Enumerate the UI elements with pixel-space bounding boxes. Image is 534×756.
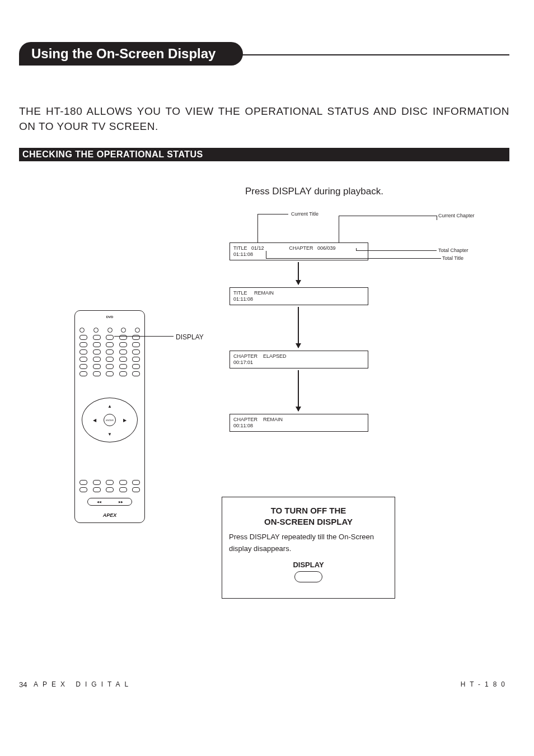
remote-btn [93,342,101,347]
osd1-line1: TITLE 01/12 CHAPTER 006/039 [233,245,364,251]
leader-current-title-h [257,214,288,214]
osd3-line1: CHAPTER ELAPSED [233,353,364,360]
remote-ff-icon: ▶▶ [119,500,123,503]
remote-btn [79,342,87,347]
remote-btn [93,364,101,369]
remote-right-icon: ▶ [123,418,127,423]
footer-brand: APEX DIGITAL [34,680,133,688]
remote-btn [93,335,101,340]
remote-control-illustration: DVD [74,310,145,523]
remote-btn [132,364,140,369]
remote-btn [106,480,114,485]
remote-btn [106,487,114,492]
remote-btn [119,487,127,492]
remote-button-grid [79,328,140,379]
remote-btn [119,364,127,369]
osd-box-1: TITLE 01/12 CHAPTER 006/039 01:11:08 [229,242,368,260]
label-current-title: Current Title [291,211,318,217]
section-heading-text: CHECKING THE OPERATIONAL STATUS [22,150,203,159]
leader-current-title-v [257,214,258,243]
remote-bottom-rows [79,480,140,494]
arrow-down-icon-3 [298,370,299,411]
remote-btn [93,480,101,485]
remote-btn [106,349,114,354]
arrow-down-icon-2 [298,307,299,348]
remote-nav-pad: ENTER ▲ ▼ ◀ ▶ [82,398,138,442]
arrow-down-icon-1 [298,262,299,284]
osd3-line2: 00:17:01 [233,360,364,366]
remote-btn [121,328,126,333]
remote-btn [135,328,140,333]
remote-btn [79,480,87,485]
remote-btn [79,357,87,362]
page-title-pill: Using the On-Screen Display [19,42,243,66]
osd-box-2: TITLE REMAIN 01:11:08 [229,287,368,305]
osd4-line2: 00:11:08 [233,423,364,429]
footer-model: HT-180 [461,680,509,688]
remote-btn [93,349,101,354]
remote-btn [132,342,140,347]
osd-box-3: CHAPTER ELAPSED 00:17:01 [229,351,368,368]
osd2-line1: TITLE REMAIN [233,290,364,296]
remote-btn [106,357,114,362]
remote-btn [119,357,127,362]
remote-btn [79,487,87,492]
remote-btn [93,487,101,492]
display-button-icon [294,571,322,582]
remote-btn [79,335,87,340]
remote-btn [119,342,127,347]
remote-btn [119,371,127,376]
remote-scan-pad: ◀◀ ▶▶ [87,498,132,506]
turnoff-heading-line2: ON-SCREEN DISPLAY [229,516,388,528]
remote-left-icon: ◀ [93,418,96,423]
callout-display-label: DISPLAY [176,333,204,341]
remote-dvd-label: DVD [106,315,114,319]
remote-btn [106,364,114,369]
osd1-line2: 01:11:08 [233,251,364,258]
intro-text: THE HT-180 ALLOWS YOU TO VIEW THE OPERAT… [19,104,509,134]
turnoff-heading: TO TURN OFF THE ON-SCREEN DISPLAY [229,505,388,527]
leader-current-chapter-v [339,216,339,243]
label-total-title: Total Title [442,255,463,261]
remote-btn [79,328,85,333]
remote-btn [132,487,140,492]
turnoff-body: Press DISPLAY repeatedly till the On-Scr… [229,531,388,555]
remote-logo: APEX [103,512,117,518]
remote-btn [106,335,114,340]
callout-line-display [114,336,174,337]
turnoff-button-label: DISPLAY [229,561,388,569]
leader-current-chapter-v2 [437,216,437,220]
remote-btn [79,371,87,376]
turnoff-heading-line1: TO TURN OFF THE [229,505,388,516]
footer-page-number: 34 [19,680,27,689]
osd-box-4: CHAPTER REMAIN 00:11:08 [229,414,368,432]
section-heading: CHECKING THE OPERATIONAL STATUS [19,148,509,161]
remote-btn [93,371,101,376]
remote-rew-icon: ◀◀ [97,500,101,503]
press-instruction: Press DISPLAY during playback. [245,186,383,197]
remote-up-icon: ▲ [107,404,112,409]
turnoff-box: TO TURN OFF THE ON-SCREEN DISPLAY Press … [222,497,395,599]
osd2-line2: 01:11:08 [233,296,364,302]
remote-btn [106,342,114,347]
remote-btn [119,349,127,354]
label-total-chapter: Total Chapter [438,248,469,253]
remote-btn [106,371,114,376]
remote-btn [119,480,127,485]
remote-btn [93,357,101,362]
remote-btn [93,328,99,333]
page-title: Using the On-Screen Display [31,46,216,61]
remote-btn [132,371,140,376]
remote-display-btn [107,328,113,333]
remote-btn [132,480,140,485]
remote-btn [132,357,140,362]
remote-down-icon: ▼ [107,431,112,436]
remote-btn [79,349,87,354]
label-current-chapter: Current Chapter [438,213,475,218]
remote-btn [79,364,87,369]
osd4-line1: CHAPTER REMAIN [233,417,364,423]
remote-btn [132,349,140,354]
leader-current-chapter-h [339,216,437,216]
remote-enter-btn: ENTER [104,414,116,426]
